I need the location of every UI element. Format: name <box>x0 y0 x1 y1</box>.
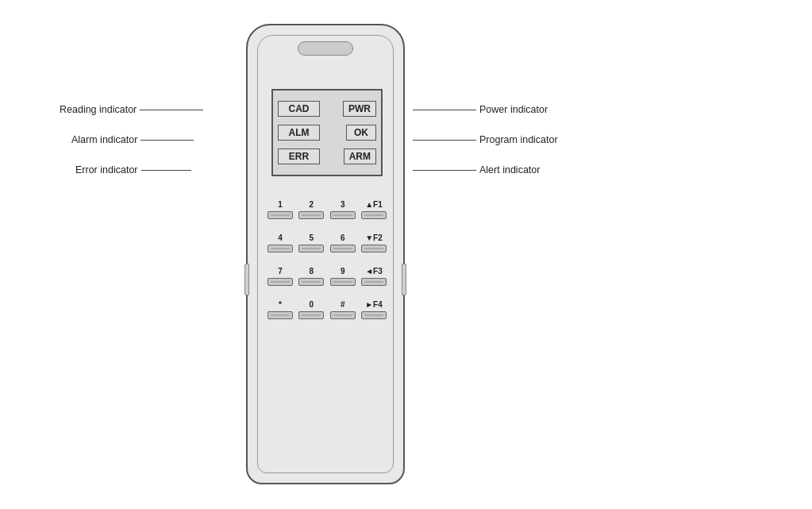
key-row-2: 456▼F2 <box>267 233 387 253</box>
key-label-F4: ►F4 <box>365 300 383 309</box>
key-label-1: 1 <box>278 200 283 209</box>
key-label-6: 6 <box>341 233 345 242</box>
speaker-slot <box>298 41 353 56</box>
key-button-8[interactable] <box>298 278 324 286</box>
indicator-arm: ARM <box>344 148 376 164</box>
indicator-panel: CAD ALM ERR PWR OK ARM <box>271 89 383 176</box>
key-label-F3: ◄F3 <box>365 267 383 276</box>
key-item-F4[interactable]: ►F4 <box>361 300 387 319</box>
key-label-7: 7 <box>278 267 283 276</box>
key-label-8: 8 <box>310 267 314 276</box>
key-item-6[interactable]: 6 <box>330 233 356 253</box>
key-item-0[interactable]: 0 <box>298 300 324 319</box>
key-item-F3[interactable]: ◄F3 <box>361 267 387 286</box>
key-item-F2[interactable]: ▼F2 <box>361 233 387 253</box>
key-button-F4[interactable] <box>361 311 387 319</box>
key-button-6[interactable] <box>330 245 356 253</box>
keypad: 123▲F1456▼F2789◄F3*0#►F4 <box>267 200 387 334</box>
indicator-right: PWR OK ARM <box>329 91 381 175</box>
key-button-*[interactable] <box>267 311 293 319</box>
indicator-cad: CAD <box>278 101 320 117</box>
key-button-F1[interactable] <box>361 211 387 219</box>
key-button-0[interactable] <box>298 311 324 319</box>
key-label-F1: ▲F1 <box>365 200 383 209</box>
key-label-#: # <box>341 300 345 309</box>
key-label-2: 2 <box>310 200 314 209</box>
key-button-3[interactable] <box>330 211 356 219</box>
alert-indicator-label: Alert indicator <box>413 164 540 175</box>
key-button-9[interactable] <box>330 278 356 286</box>
indicator-ok: OK <box>346 125 376 141</box>
key-row-3: 789◄F3 <box>267 267 387 286</box>
indicator-err: ERR <box>278 148 320 164</box>
key-item-2[interactable]: 2 <box>298 200 324 219</box>
key-button-1[interactable] <box>267 211 293 219</box>
key-button-F2[interactable] <box>361 245 387 253</box>
program-indicator-label: Program indicator <box>413 134 558 145</box>
alarm-indicator-label: Alarm indicator <box>71 134 194 145</box>
side-indent-left <box>244 264 249 295</box>
key-row-1: 123▲F1 <box>267 200 387 219</box>
key-button-2[interactable] <box>298 211 324 219</box>
error-indicator-label: Error indicator <box>75 164 191 175</box>
key-label-4: 4 <box>278 233 283 242</box>
key-button-F3[interactable] <box>361 278 387 286</box>
key-label-9: 9 <box>341 267 345 276</box>
key-item-8[interactable]: 8 <box>298 267 324 286</box>
key-item-7[interactable]: 7 <box>267 267 293 286</box>
key-button-4[interactable] <box>267 245 293 253</box>
key-row-4: *0#►F4 <box>267 300 387 319</box>
key-button-#[interactable] <box>330 311 356 319</box>
key-label-3: 3 <box>341 200 345 209</box>
power-indicator-label: Power indicator <box>413 104 548 115</box>
diagram-container: CAD ALM ERR PWR OK ARM 123▲F1456▼F2789◄F… <box>0 0 812 509</box>
indicator-left: CAD ALM ERR <box>273 91 325 175</box>
key-item-9[interactable]: 9 <box>330 267 356 286</box>
key-button-7[interactable] <box>267 278 293 286</box>
key-label-5: 5 <box>310 233 314 242</box>
key-label-F2: ▼F2 <box>365 233 383 242</box>
key-item-*[interactable]: * <box>267 300 293 319</box>
key-item-5[interactable]: 5 <box>298 233 324 253</box>
key-item-4[interactable]: 4 <box>267 233 293 253</box>
indicator-pwr: PWR <box>343 101 376 117</box>
device-body: CAD ALM ERR PWR OK ARM 123▲F1456▼F2789◄F… <box>246 24 405 484</box>
side-indent-right <box>402 264 406 295</box>
key-label-0: 0 <box>310 300 314 309</box>
key-button-5[interactable] <box>298 245 324 253</box>
key-item-F1[interactable]: ▲F1 <box>361 200 387 219</box>
key-item-#[interactable]: # <box>330 300 356 319</box>
indicator-alm: ALM <box>278 125 320 141</box>
key-label-*: * <box>279 300 282 309</box>
key-item-3[interactable]: 3 <box>330 200 356 219</box>
reading-indicator-label: Reading indicator <box>60 104 203 115</box>
key-item-1[interactable]: 1 <box>267 200 293 219</box>
